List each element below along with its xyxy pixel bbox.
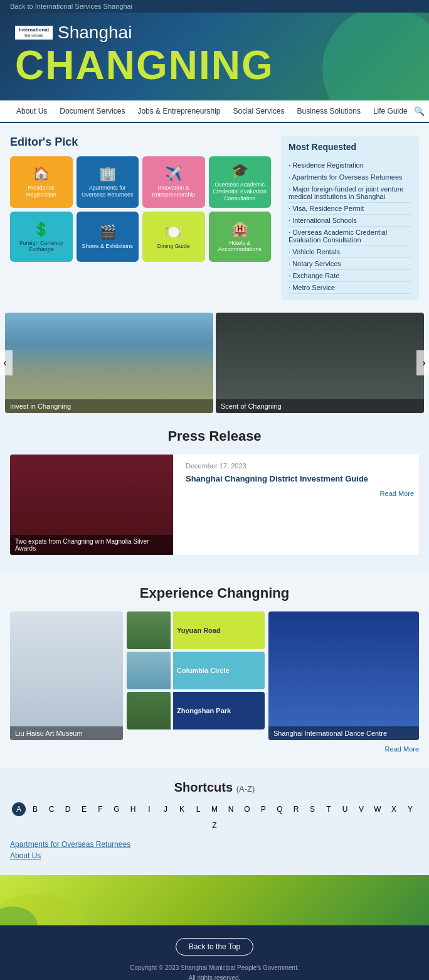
carousel-inner: Invest in Changning Scent of Changning (5, 313, 424, 413)
nav-life[interactable]: Life Guide (367, 100, 414, 122)
carousel-item-scent[interactable]: Scent of Changning (216, 313, 424, 413)
pick-card-currency[interactable]: 💲 Foreign Currency Exchange (10, 212, 73, 262)
alpha-E[interactable]: E (77, 802, 91, 816)
press-section: Press Release Two expats from Changning … (0, 413, 429, 570)
alphabet-row: A B C D E F G H I J K L M N O P Q R S T … (10, 802, 419, 832)
carousel-next-button[interactable]: › (416, 350, 429, 375)
alpha-M[interactable]: M (208, 802, 221, 816)
pick-card-apartments[interactable]: 🏢 Apartments for Overseas Returnees (77, 156, 139, 208)
nav-docs[interactable]: Document Services (53, 100, 131, 122)
alpha-J[interactable]: J (159, 802, 172, 816)
exp-dance-centre[interactable]: Shanghai International Dance Centre (268, 611, 419, 740)
residence-label: Residence Registration (14, 185, 69, 198)
alpha-I[interactable]: I (142, 802, 156, 816)
alpha-K[interactable]: K (175, 802, 189, 816)
press-read-more[interactable]: Read More (186, 490, 414, 497)
footer-main: Back to the Top Copyright © 2023 Shangha… (0, 925, 429, 980)
exp-middle-col: Yuyuan Road Columbia Circle Zhongshan Pa… (127, 611, 265, 740)
most-requested-item[interactable]: Notary Services (289, 258, 411, 270)
dining-label: Dining Guide (157, 243, 190, 250)
most-requested-item[interactable]: Apartments for Overseas Returnees (289, 171, 411, 183)
nav-about[interactable]: About Us (10, 100, 53, 122)
experience-section: Experience Changning Liu Haisu Art Museu… (0, 570, 429, 768)
exp-columbia-label: Columbia Circle (173, 652, 265, 689)
alpha-R[interactable]: R (289, 802, 303, 816)
top-bar: Back to International Services Shanghai (0, 0, 429, 13)
credential-icon: 🎓 (231, 163, 248, 179)
header-shanghai: Shanghai (58, 23, 132, 43)
alpha-F[interactable]: F (93, 802, 107, 816)
most-requested-item[interactable]: Residence Registration (289, 159, 411, 171)
alpha-V[interactable]: V (354, 802, 368, 816)
alpha-U[interactable]: U (338, 802, 352, 816)
nav-social[interactable]: Social Services (226, 100, 290, 122)
hotels-label: Hotels & Accommodations (213, 240, 268, 254)
currency-label: Foreign Currency Exchange (14, 240, 69, 254)
alpha-Z[interactable]: Z (208, 819, 221, 832)
press-card: Two expats from Changning win Magnolia S… (10, 455, 419, 555)
pick-card-hotels[interactable]: 🏨 Hotels & Accommodations (209, 212, 272, 262)
shortcut-apartments[interactable]: Apartments for Overseas Returnees (10, 840, 419, 849)
alpha-Y[interactable]: Y (403, 802, 417, 816)
nav-jobs[interactable]: Jobs & Entrepreneurship (131, 100, 226, 122)
apartments-icon: 🏢 (99, 166, 116, 182)
alpha-A[interactable]: A (12, 802, 26, 816)
alpha-Q[interactable]: Q (273, 802, 287, 816)
logo-box: International Services (15, 26, 53, 40)
currency-icon: 💲 (33, 221, 50, 237)
most-requested-item[interactable]: Overseas Academic Credential Evaluation … (289, 227, 411, 246)
most-requested: Most Requested Residence Registration Ap… (281, 136, 419, 300)
alpha-O[interactable]: O (240, 802, 254, 816)
alpha-N[interactable]: N (224, 802, 238, 816)
shortcuts-section: Shortcuts (A-Z) A B C D E F G H I J K L … (0, 768, 429, 875)
pick-card-innovation[interactable]: ✈️ Innovation & Entrepreneurship (142, 156, 205, 208)
exp-dance-label: Shanghai International Dance Centre (268, 726, 419, 740)
most-requested-item[interactable]: Major foreign-funded or joint venture me… (289, 183, 411, 203)
pick-card-credential[interactable]: 🎓 Overseas Academic Credential Evaluatio… (209, 156, 272, 208)
most-requested-item[interactable]: International Schools (289, 215, 411, 227)
press-image: Two expats from Changning win Magnolia S… (10, 455, 173, 555)
logo-svc: Services (24, 33, 44, 38)
search-icon[interactable]: 🔍 (414, 106, 425, 116)
most-requested-item[interactable]: Exchange Rate (289, 270, 411, 282)
alpha-G[interactable]: G (110, 802, 124, 816)
carousel-prev-button[interactable]: ‹ (0, 350, 13, 375)
carousel-label-scent: Scent of Changning (216, 399, 424, 413)
alpha-T[interactable]: T (322, 802, 336, 816)
residence-icon: 🏠 (33, 166, 50, 182)
alpha-D[interactable]: D (61, 802, 75, 816)
alpha-P[interactable]: P (257, 802, 270, 816)
main-nav: About Us Document Services Jobs & Entrep… (0, 100, 429, 123)
alpha-B[interactable]: B (28, 802, 42, 816)
most-requested-item[interactable]: Vehicle Rentals (289, 246, 411, 258)
alpha-X[interactable]: X (387, 802, 401, 816)
press-image-caption: Two expats from Changning win Magnolia S… (10, 535, 173, 555)
shortcuts-az: (A-Z) (236, 784, 255, 794)
experience-read-more[interactable]: Read More (10, 745, 419, 753)
exp-columbia[interactable]: Columbia Circle (127, 652, 265, 689)
editors-pick-title: Editor's Pick (10, 136, 271, 149)
press-content: December 17, 2023 Shanghai Changning Dis… (181, 455, 419, 555)
alpha-S[interactable]: S (305, 802, 319, 816)
nav-business[interactable]: Business Solutions (291, 100, 367, 122)
back-link[interactable]: Back to International Services Shanghai (10, 3, 132, 10)
exp-liu-haisu[interactable]: Liu Haisu Art Museum (10, 611, 123, 740)
logo-intl: International (19, 27, 49, 33)
most-requested-list: Residence Registration Apartments for Ov… (289, 159, 411, 294)
exp-yuyuan[interactable]: Yuyuan Road (127, 611, 265, 649)
most-requested-item[interactable]: Visa, Residence Permit (289, 203, 411, 215)
alpha-W[interactable]: W (371, 802, 384, 816)
most-requested-item[interactable]: Metro Service (289, 282, 411, 294)
most-requested-title: Most Requested (289, 142, 411, 152)
pick-card-shows[interactable]: 🎬 Shows & Exhibitions (77, 212, 139, 262)
alpha-L[interactable]: L (191, 802, 205, 816)
top-section: Editor's Pick 🏠 Residence Registration 🏢… (0, 123, 429, 313)
pick-card-dining[interactable]: 🍽️ Dining Guide (142, 212, 205, 262)
shortcut-about[interactable]: About Us (10, 851, 419, 860)
exp-zhongshan[interactable]: Zhongshan Park (127, 692, 265, 730)
alpha-H[interactable]: H (126, 802, 140, 816)
alpha-C[interactable]: C (45, 802, 58, 816)
carousel-item-invest[interactable]: Invest in Changning (5, 313, 213, 413)
pick-card-residence[interactable]: 🏠 Residence Registration (10, 156, 73, 208)
back-to-top-button[interactable]: Back to the Top (176, 938, 254, 956)
